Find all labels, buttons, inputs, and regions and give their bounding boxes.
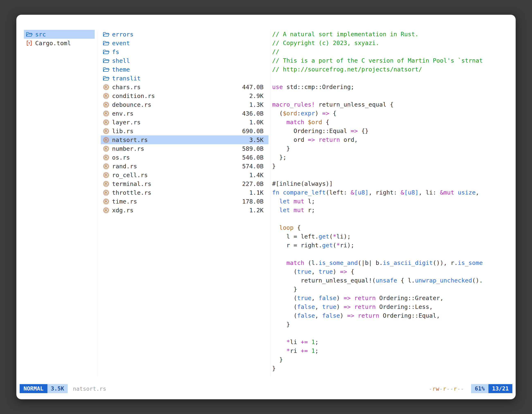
file-item-natsort.rs[interactable]: Rnatsort.rs3.5K xyxy=(101,135,268,144)
status-bar: NORMAL 3.5K natsort.rs -rw-r--r-- 61% 13… xyxy=(20,384,512,393)
dir-item-shell[interactable]: shell xyxy=(101,56,268,65)
svg-text:R: R xyxy=(105,129,107,133)
code-line: } xyxy=(272,320,514,329)
code-line xyxy=(272,171,514,179)
rust-icon: R xyxy=(103,163,109,170)
file-size: 546.0B xyxy=(242,154,264,161)
yazi-window: srcTCargo.toml errorseventfsshellthemetr… xyxy=(16,15,516,399)
file-name: debounce.rs xyxy=(112,101,151,108)
file-name: Cargo.toml xyxy=(35,40,71,47)
code-line: // A natural sort implementation in Rust… xyxy=(272,30,514,39)
code-line: return_unless_equal!(unsafe { l.unwrap_u… xyxy=(272,276,514,285)
file-item-env.rs[interactable]: Renv.rs436.0B xyxy=(101,109,268,118)
folder-icon xyxy=(103,49,109,55)
code-line: (true, true) => { xyxy=(272,267,514,276)
file-name: natsort.rs xyxy=(112,136,148,143)
current-panel: errorseventfsshellthemetranslitRchars.rs… xyxy=(101,30,268,377)
folder-icon xyxy=(103,58,109,64)
folder-icon xyxy=(103,31,109,38)
file-item-debounce.rs[interactable]: Rdebounce.rs1.3K xyxy=(101,100,268,109)
file-item-time.rs[interactable]: Rtime.rs178.0B xyxy=(101,197,268,206)
file-item-terminal.rs[interactable]: Rterminal.rs227.0B xyxy=(101,179,268,188)
toml-icon: T xyxy=(26,40,32,47)
file-size: 690.0B xyxy=(242,128,264,135)
file-size: 3.5K xyxy=(249,136,264,143)
file-size-chip: 3.5K xyxy=(48,384,68,393)
code-line: // http://sourcefrog.net/projects/natsor… xyxy=(272,65,514,74)
rust-icon: R xyxy=(103,154,109,161)
code-line: // This is a port of the C version of Ma… xyxy=(272,56,514,65)
file-name: ro_cell.rs xyxy=(112,172,148,179)
code-line: ord => return ord, xyxy=(272,135,514,144)
file-name: xdg.rs xyxy=(112,207,133,214)
svg-text:R: R xyxy=(105,165,107,168)
code-line: l = left.get(*li); xyxy=(272,232,514,241)
code-line: (true, false) => return Ordering::Greate… xyxy=(272,294,514,303)
file-item-condition.rs[interactable]: Rcondition.rs2.9K xyxy=(101,91,268,100)
svg-text:R: R xyxy=(105,209,107,212)
mode-badge: NORMAL xyxy=(20,384,48,393)
folder-icon xyxy=(103,40,109,47)
file-item-rand.rs[interactable]: Rrand.rs574.0B xyxy=(101,162,268,171)
file-item-layer.rs[interactable]: Rlayer.rs1.0K xyxy=(101,118,268,127)
dir-item-src[interactable]: src xyxy=(24,30,95,39)
rust-icon: R xyxy=(103,84,109,90)
code-line: *li += 1; xyxy=(272,338,514,347)
code-line: fn compare_left(left: &[u8], right: &[u8… xyxy=(272,188,514,197)
svg-text:R: R xyxy=(105,191,107,194)
dir-item-event[interactable]: event xyxy=(101,39,268,48)
svg-text:R: R xyxy=(105,200,107,203)
code-line xyxy=(272,91,514,100)
file-item-Cargo.toml[interactable]: TCargo.toml xyxy=(24,39,95,48)
rust-icon: R xyxy=(103,198,109,205)
code-line: #[inline(always)] xyxy=(272,179,514,188)
svg-text:R: R xyxy=(105,173,107,177)
file-item-throttle.rs[interactable]: Rthrottle.rs1.1K xyxy=(101,188,268,197)
file-name: src xyxy=(35,31,46,38)
code-line: }; xyxy=(272,153,514,162)
file-size: 1.0K xyxy=(249,119,264,126)
file-item-number.rs[interactable]: Rnumber.rs589.0B xyxy=(101,144,268,153)
file-item-xdg.rs[interactable]: Rxdg.rs1.2K xyxy=(101,206,268,215)
rust-icon: R xyxy=(103,119,109,125)
code-line: match $ord { xyxy=(272,118,514,127)
file-size: 447.0B xyxy=(242,84,264,91)
svg-text:T: T xyxy=(28,41,30,45)
rust-icon: R xyxy=(103,207,109,213)
file-item-os.rs[interactable]: Ros.rs546.0B xyxy=(101,153,268,162)
dir-item-theme[interactable]: theme xyxy=(101,65,268,74)
file-item-ro_cell.rs[interactable]: Rro_cell.rs1.4K xyxy=(101,171,268,179)
file-item-chars.rs[interactable]: Rchars.rs447.0B xyxy=(101,83,268,91)
code-line: } xyxy=(272,162,514,171)
rust-icon: R xyxy=(103,172,109,178)
code-line: loop { xyxy=(272,223,514,232)
dir-item-errors[interactable]: errors xyxy=(101,30,268,39)
permissions: -rw-r--r-- xyxy=(429,385,464,392)
rust-icon: R xyxy=(103,93,109,99)
folder-icon xyxy=(26,31,32,38)
code-line: // xyxy=(272,48,514,56)
file-name: translit xyxy=(112,75,141,82)
file-size: 227.0B xyxy=(242,180,264,187)
code-line: use std::cmp::Ordering; xyxy=(272,83,514,91)
file-item-lib.rs[interactable]: Rlib.rs690.0B xyxy=(101,127,268,135)
code-line: ($ord:expr) => { xyxy=(272,109,514,118)
code-line: } xyxy=(272,355,514,364)
file-name: layer.rs xyxy=(112,119,141,126)
rust-icon: R xyxy=(103,137,109,143)
rust-icon: R xyxy=(103,181,109,187)
code-line: let mut r; xyxy=(272,206,514,215)
code-line xyxy=(272,329,514,338)
file-name: rand.rs xyxy=(112,163,137,170)
scroll-percent: 61% xyxy=(471,384,488,393)
file-name: shell xyxy=(112,57,130,64)
dir-item-translit[interactable]: translit xyxy=(101,74,268,83)
svg-text:R: R xyxy=(105,156,107,159)
code-line: } xyxy=(272,144,514,153)
file-name: chars.rs xyxy=(112,84,141,91)
code-line: } xyxy=(272,364,514,373)
dir-item-fs[interactable]: fs xyxy=(101,48,268,56)
svg-text:R: R xyxy=(105,103,107,106)
file-name: env.rs xyxy=(112,110,133,117)
file-name: event xyxy=(112,40,130,47)
